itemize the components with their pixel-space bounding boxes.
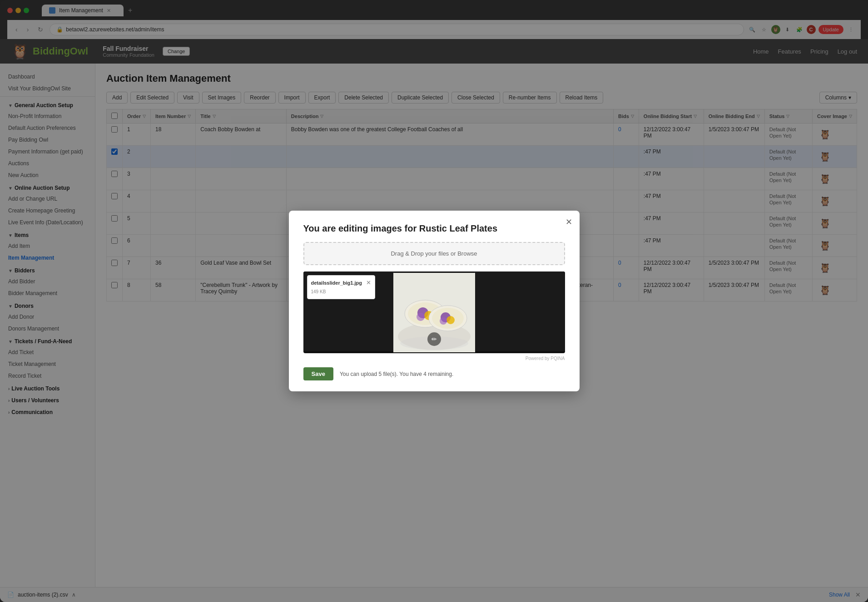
file-name: detailsslider_big1.jpg [311,280,362,286]
upload-preview-area: detailsslider_big1.jpg ✕ 149 KB [303,271,565,353]
svg-point-6 [417,313,425,321]
save-button[interactable]: Save [303,367,333,380]
modal-footer: Save You can upload 5 file(s). You have … [303,367,565,380]
modal-close-button[interactable]: ✕ [565,217,572,227]
file-size: 149 KB [311,289,326,294]
preview-dark-right [474,271,565,351]
image-edit-modal: ✕ You are editing images for Rustic Leaf… [289,211,580,391]
edit-image-button[interactable]: ✏ [427,332,441,346]
modal-overlay[interactable]: ✕ You are editing images for Rustic Leaf… [0,0,868,602]
drop-zone-text: Drag & Drop your files or Browse [391,250,477,257]
modal-title: You are editing images for Rustic Leaf P… [303,223,565,234]
powered-by: Powered by PQINA [303,356,565,361]
svg-point-11 [440,317,447,325]
file-card-header: detailsslider_big1.jpg ✕ [311,279,371,286]
svg-point-10 [446,316,455,324]
drop-zone[interactable]: Drag & Drop your files or Browse [303,242,565,265]
file-card: detailsslider_big1.jpg ✕ 149 KB [307,275,375,299]
file-remove-button[interactable]: ✕ [366,279,371,286]
upload-info: You can upload 5 file(s). You have 4 rem… [340,371,453,377]
preview-center: ✏ [394,271,474,353]
pencil-icon: ✏ [432,336,437,343]
